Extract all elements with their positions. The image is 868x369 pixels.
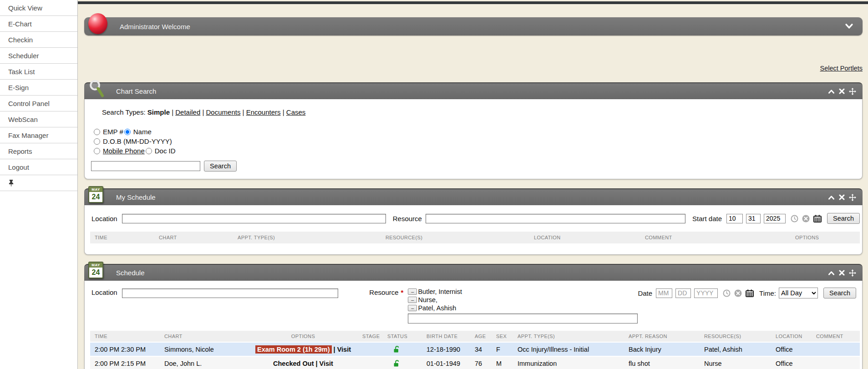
collapse-portlet-button[interactable]	[828, 89, 835, 94]
calendar-picker-icon[interactable]	[746, 289, 754, 297]
date-day-input[interactable]	[675, 288, 691, 298]
move-portlet-icon[interactable]	[849, 269, 856, 277]
remove-resource-button[interactable]: –	[408, 297, 417, 303]
separator: |	[202, 108, 204, 116]
select-portlets-link[interactable]: Select Portlets	[820, 65, 863, 72]
resource-search-input[interactable]	[408, 313, 638, 324]
mobile-phone-label[interactable]: Mobile Phone	[103, 147, 145, 155]
cell-appt-reason: flu shot	[624, 360, 700, 367]
search-icon	[88, 79, 106, 98]
schedule-body: Location Resource * – Butler, Internist …	[84, 281, 863, 369]
sidebar-pin-toggle[interactable]	[0, 175, 77, 191]
cell-chart: Simmons, Nicole	[160, 346, 249, 353]
cell-location: Office	[771, 346, 812, 353]
sidebar-item-scheduler[interactable]: Scheduler	[0, 48, 77, 64]
pushpin-icon	[8, 179, 14, 187]
start-year-input[interactable]	[764, 214, 786, 223]
schedule-search-button[interactable]: Search	[823, 288, 856, 298]
sidebar-item-checkin[interactable]: Checkin	[0, 32, 77, 48]
resource-item: – Patel, Ashish	[408, 304, 638, 312]
start-month-input[interactable]	[726, 214, 743, 223]
appointment-row[interactable]: 2:00 PM 2:15 PM Doe, John L. Checked Out…	[90, 357, 860, 369]
unlocked-icon[interactable]	[393, 359, 400, 367]
separator: |	[172, 108, 173, 116]
time-picker-icon[interactable]	[723, 289, 731, 297]
my-schedule-search-button[interactable]: Search	[827, 213, 860, 224]
date-year-input[interactable]	[694, 288, 718, 298]
search-criteria-radios: EMP # Name D.O.B (MM-DD-YYYY) Mobile Pho…	[93, 127, 856, 156]
cell-time: 2:00 PM 2:15 PM	[90, 360, 160, 367]
sidebar-item-fax-manager[interactable]: Fax Manager	[0, 127, 77, 143]
remove-resource-button[interactable]: –	[408, 288, 417, 295]
chart-search-header: Chart Search	[84, 82, 863, 99]
cell-status	[383, 359, 422, 367]
column-header-location: LOCATION	[529, 235, 640, 240]
move-portlet-icon[interactable]	[849, 88, 856, 95]
chart-search-input[interactable]	[91, 161, 200, 171]
column-header-location: LOCATION	[771, 334, 812, 339]
my-schedule-table-header: TIME CHART APPT. TYPE(S) RESOURCE(S) LOC…	[90, 232, 860, 243]
time-select[interactable]: All Day	[779, 288, 818, 298]
welcome-collapse-button[interactable]	[845, 23, 853, 30]
chart-search-button[interactable]: Search	[204, 161, 237, 172]
cell-resource: Nurse	[700, 360, 771, 367]
search-type-detailed[interactable]: Detailed	[175, 108, 200, 116]
cell-options: Checked Out | Visit	[249, 360, 358, 367]
start-day-input[interactable]	[746, 214, 761, 223]
chevron-down-icon	[845, 23, 853, 30]
calendar-picker-icon[interactable]	[813, 215, 822, 222]
doc-id-radio[interactable]	[146, 148, 152, 154]
cell-birth-date: 01-01-1949	[422, 360, 470, 367]
location-input[interactable]	[122, 288, 339, 298]
chart-search-body: Search Types: Simple | Detailed | Docume…	[84, 99, 863, 179]
time-label: Time:	[759, 289, 776, 297]
search-type-encounters[interactable]: Encounters	[246, 108, 281, 116]
clear-date-icon[interactable]	[734, 289, 742, 297]
resource-item: – Nurse,	[408, 296, 638, 304]
checkout-status-text: Checked Out	[273, 360, 314, 367]
calendar-day: 24	[89, 192, 102, 202]
room-status-badge: Exam Room 2 (1h 29m)	[255, 345, 332, 354]
cell-appt-type: Occ Injury/Illness - Initial	[513, 346, 624, 353]
remove-resource-button[interactable]: –	[408, 305, 417, 311]
location-input[interactable]	[122, 214, 386, 223]
time-picker-icon[interactable]	[791, 215, 798, 222]
close-portlet-icon[interactable]	[839, 88, 845, 94]
sidebar-item-logout[interactable]: Logout	[0, 159, 77, 175]
date-month-input[interactable]	[656, 288, 672, 298]
sidebar-item-quick-view[interactable]: Quick View	[0, 0, 77, 16]
sidebar-item-e-sign[interactable]: E-Sign	[0, 80, 77, 96]
collapse-portlet-button[interactable]	[828, 195, 835, 200]
column-header-age: AGE	[470, 334, 492, 339]
move-portlet-icon[interactable]	[849, 194, 856, 201]
sidebar-item-webscan[interactable]: WebScan	[0, 111, 77, 127]
clear-date-icon[interactable]	[802, 215, 810, 222]
separator: |	[243, 108, 244, 116]
sidebar-item-task-list[interactable]: Task List	[0, 64, 77, 80]
search-type-documents[interactable]: Documents	[206, 108, 241, 116]
sidebar-item-control-panel[interactable]: Control Panel	[0, 96, 77, 111]
location-label: Location	[91, 288, 117, 296]
search-type-simple[interactable]: Simple	[147, 108, 170, 116]
sidebar-item-e-chart[interactable]: E-Chart	[0, 16, 77, 32]
welcome-banner: Administrator Welcome	[84, 17, 863, 35]
emp-number-radio[interactable]	[94, 129, 100, 135]
unlocked-icon[interactable]	[393, 345, 400, 353]
mobile-phone-radio[interactable]	[94, 148, 100, 154]
welcome-title: Administrator Welcome	[120, 23, 190, 30]
collapse-portlet-button[interactable]	[828, 270, 835, 276]
close-portlet-icon[interactable]	[839, 270, 845, 276]
name-radio[interactable]	[124, 129, 131, 135]
sidebar-item-reports[interactable]: Reports	[0, 143, 77, 159]
visit-link[interactable]: Visit	[337, 346, 351, 353]
visit-link[interactable]: Visit	[320, 360, 333, 367]
dob-radio[interactable]	[94, 138, 100, 145]
close-portlet-icon[interactable]	[839, 194, 845, 200]
resource-input[interactable]	[426, 214, 685, 223]
name-label: Name	[133, 128, 152, 136]
column-header-stage: STAGE	[358, 334, 383, 339]
search-type-cases[interactable]: Cases	[286, 108, 306, 116]
cell-age: 34	[470, 346, 492, 353]
required-marker: *	[401, 288, 404, 296]
appointment-row[interactable]: 2:00 PM 2:30 PM Simmons, Nicole Exam Roo…	[90, 343, 860, 357]
